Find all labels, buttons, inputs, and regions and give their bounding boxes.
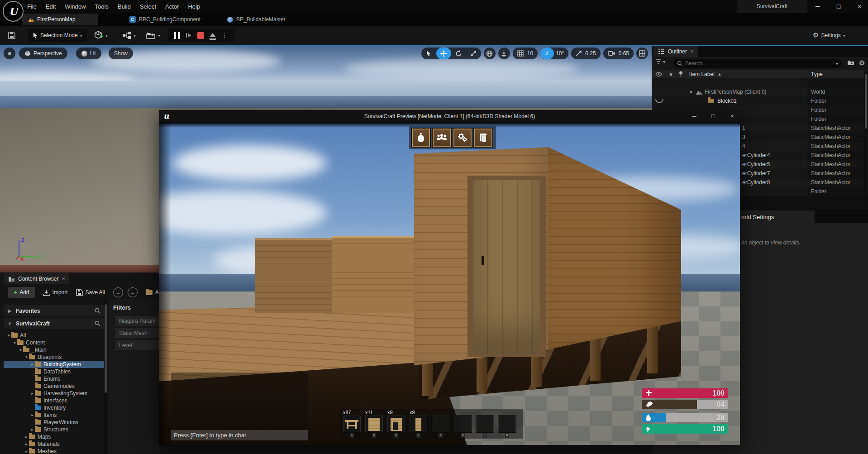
tab-firstpersonmap[interactable]: FirstPersonMap [22, 14, 98, 25]
search-icon[interactable] [95, 308, 100, 314]
tree-item-buildingsystem[interactable]: ▸BuildingSystem [4, 361, 104, 368]
outliner-row-block01[interactable]: Block01 Folder [652, 96, 864, 105]
surface-snapping-button[interactable] [498, 48, 510, 59]
select-tool-button[interactable] [421, 48, 436, 59]
tree-item-meshes[interactable]: ▸Meshes [4, 448, 104, 454]
step-frame-button[interactable] [186, 32, 192, 38]
preview-maximize-button[interactable]: □ [705, 110, 722, 122]
viewport-layout-button[interactable] [636, 48, 648, 59]
eye-icon[interactable] [655, 72, 662, 76]
play-options-menu[interactable]: ⋮ [221, 31, 228, 39]
hotbar-slot-1[interactable]: x87 1 [343, 410, 361, 438]
chevron-right-icon[interactable]: ▶ [7, 309, 12, 313]
viewport-options-menu[interactable]: ≡ [4, 48, 15, 59]
tree-item-datatables[interactable]: DataTables [4, 368, 104, 375]
tree-item-main[interactable]: ▾_Main [4, 346, 104, 354]
rotation-snap-control[interactable]: ∠ 10° [540, 48, 568, 59]
preview-minimize-button[interactable]: ─ [686, 110, 703, 122]
game-viewport[interactable]: Press [Enter] to type in chat x87 1 x11 [159, 122, 740, 445]
rotate-tool-button[interactable] [451, 48, 466, 59]
perspective-dropdown[interactable]: Perspective [19, 48, 67, 59]
cinematics-button[interactable]: ▾ [146, 29, 160, 42]
tree-item-maps[interactable]: ▸Maps [4, 433, 104, 440]
window-close-button[interactable]: × [852, 0, 867, 13]
search-icon[interactable] [95, 320, 100, 326]
settings-dropdown[interactable]: ⚙ Settings▾ [813, 29, 845, 42]
close-icon[interactable]: × [62, 276, 65, 282]
window-minimize-button[interactable]: ─ [810, 0, 825, 13]
tree-item-materials[interactable]: ▸Materials [4, 440, 104, 448]
preview-title-bar[interactable]: u SurvivalCraft Preview [NetMode: Client… [159, 110, 740, 122]
inventory-button[interactable] [412, 129, 430, 147]
menu-actor[interactable]: Actor [161, 3, 183, 10]
star-icon[interactable]: ★ [668, 71, 673, 77]
tree-item-items[interactable]: ▸Items [4, 411, 104, 419]
add-folder-button[interactable] [847, 60, 854, 66]
menu-tools[interactable]: Tools [91, 3, 113, 10]
tree-item-content[interactable]: ▾Content [4, 339, 104, 346]
import-button[interactable]: Import [43, 289, 68, 296]
hotbar-slot-3[interactable]: x9 3 [387, 410, 405, 438]
outliner-scrollbar[interactable] [864, 71, 868, 206]
preview-close-button[interactable]: × [724, 110, 741, 122]
world-local-space-button[interactable] [484, 48, 496, 59]
stop-button[interactable] [197, 32, 204, 39]
chat-input[interactable]: Press [Enter] to type in chat [171, 430, 308, 440]
eye-closed-icon[interactable] [655, 99, 663, 103]
sources-scrollbar[interactable] [104, 299, 107, 454]
scale-tool-button[interactable] [466, 48, 481, 59]
quests-button[interactable] [474, 129, 492, 147]
tree-item-enums[interactable]: Enums [4, 375, 104, 382]
tree-item-gamemodes[interactable]: Gamemodes [4, 382, 104, 390]
tab-bpc-buildingcomponent[interactable]: C BPC_BuildingComponent [123, 14, 207, 25]
scale-snap-control[interactable]: 0.25 [571, 48, 600, 59]
hotbar-slot-8[interactable]: 8 [498, 410, 516, 438]
save-all-button[interactable]: Save All [76, 289, 105, 296]
menu-window[interactable]: Window [60, 3, 90, 10]
hotbar-slot-6[interactable]: 6 [454, 410, 472, 438]
chevron-down-icon[interactable]: ▼ [7, 321, 12, 326]
filter-static-mesh[interactable]: Static Mesh [111, 328, 160, 338]
filter-niagara-param[interactable]: Niagara Param [111, 316, 160, 326]
outliner-search-input[interactable]: Search... ▾ [673, 59, 842, 68]
menu-build[interactable]: Build [113, 3, 135, 10]
outliner-tab[interactable]: Outliner × [653, 46, 698, 57]
pause-button[interactable] [174, 32, 180, 39]
project-section[interactable]: ▼ SurvivalCraft [4, 318, 104, 329]
outliner-row-world[interactable]: ▼ FirstPersonMap (Client 0) World [652, 87, 864, 96]
hotbar-slot-5[interactable]: 5 [432, 410, 449, 438]
content-browser-tab[interactable]: Content Browser × [4, 273, 69, 284]
tree-item-playerwindow[interactable]: PlayerWindow [4, 419, 104, 426]
hotbar-slot-2[interactable]: x11 2 [365, 410, 383, 438]
selection-mode-dropdown[interactable]: Selection Mode▾ [28, 29, 87, 42]
tree-item-inventory[interactable]: Inventory [4, 404, 104, 411]
tab-bp-buildablemaster[interactable]: BP_BuildableMaster [221, 14, 292, 25]
close-icon[interactable]: × [691, 48, 694, 55]
forward-button[interactable]: → [128, 287, 138, 297]
menu-help[interactable]: Help [183, 3, 205, 10]
tree-item-blueprints[interactable]: ▾Blueprints [4, 354, 104, 361]
blueprints-button[interactable]: ▾ [122, 29, 136, 42]
menu-file[interactable]: File [23, 3, 41, 10]
column-item-label[interactable]: Item Label [689, 71, 715, 77]
window-maximize-button[interactable]: □ [831, 0, 846, 13]
add-button[interactable]: + Add [8, 287, 35, 298]
menu-select[interactable]: Select [135, 3, 161, 10]
outliner-settings-button[interactable]: ⚙ [859, 59, 865, 67]
show-dropdown[interactable]: Show [109, 48, 133, 59]
filter-level[interactable]: Level [111, 340, 160, 350]
tree-item-interfaces[interactable]: Interfaces [4, 397, 104, 404]
camera-speed-control[interactable]: 0.65 [603, 48, 634, 59]
save-button[interactable] [7, 29, 16, 42]
back-button[interactable]: ← [113, 287, 123, 297]
social-button[interactable] [433, 129, 451, 147]
favorites-section[interactable]: ▶ Favorites [4, 305, 104, 316]
menu-edit[interactable]: Edit [41, 3, 60, 10]
outliner-filter-button[interactable]: ▾ [655, 59, 665, 64]
grid-snap-control[interactable]: 10 [513, 48, 538, 59]
move-tool-button[interactable] [436, 48, 451, 59]
lit-dropdown[interactable]: Lit [76, 48, 101, 59]
eject-button[interactable] [210, 30, 216, 37]
pin-icon[interactable] [679, 71, 683, 77]
tree-item-all[interactable]: ▾All [4, 332, 104, 339]
